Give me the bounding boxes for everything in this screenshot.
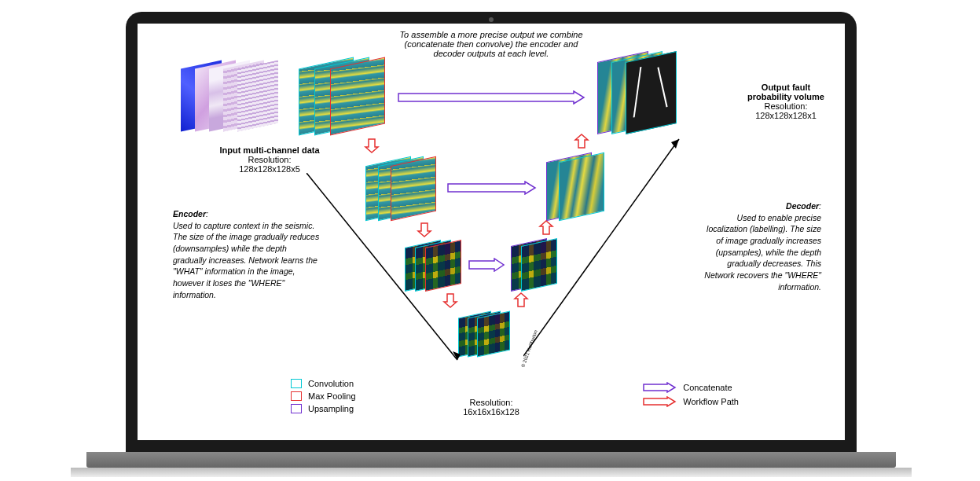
workflow-arrow-icon — [642, 396, 677, 407]
input-title: Input multi-channel data — [219, 145, 319, 155]
input-label: Input multi-channel data Resolution: 128… — [199, 145, 340, 174]
laptop-frame: To assemble a more precise output we com… — [126, 12, 857, 452]
legend-workflow: Workflow Path — [642, 396, 739, 407]
svg-line-2 — [523, 139, 679, 356]
bottom-res-label: Resolution: — [469, 398, 512, 407]
conv-swatch-icon — [291, 379, 302, 388]
maxpool-swatch-icon — [291, 391, 302, 401]
diagram-content: To assemble a more precise output we com… — [138, 24, 845, 440]
output-label: Output fault probability volume Resoluti… — [747, 83, 825, 120]
legend-operations: Convolution Max Pooling Upsampling — [291, 379, 356, 417]
concatenate-arrow — [397, 90, 585, 105]
top-caption: To assemble a more precise output we com… — [389, 30, 593, 58]
legend-conv-label: Convolution — [308, 379, 354, 388]
bottleneck-featuremap — [477, 311, 510, 358]
encoder-maxpool — [330, 57, 385, 136]
output-res-label: Resolution: — [764, 101, 807, 111]
legend-concat-label: Concatenate — [683, 383, 732, 392]
svg-line-0 — [306, 173, 457, 360]
laptop-camera-icon — [489, 17, 494, 22]
output-title: Output fault probability volume — [747, 83, 824, 101]
legend-upsample-label: Upsampling — [308, 404, 354, 413]
laptop-screen: To assemble a more precise output we com… — [138, 24, 845, 440]
input-res-label: Resolution: — [248, 155, 291, 164]
encoder-title: Encoder — [173, 209, 206, 218]
laptop-base — [86, 452, 896, 468]
svg-marker-3 — [671, 139, 679, 149]
output-res-value: 128x128x128x1 — [755, 111, 817, 120]
input-res-value: 128x128x128x5 — [239, 164, 300, 174]
decoder-description: Decoder: Used to enable precise localiza… — [699, 200, 821, 293]
legend-upsample: Upsampling — [291, 404, 356, 413]
encoder-path-line — [306, 173, 460, 362]
legend-maxpool-label: Max Pooling — [308, 391, 356, 401]
upsample-swatch-icon — [291, 404, 302, 413]
input-channel-tile — [237, 60, 278, 131]
bottom-res-value: 16x16x16x128 — [463, 407, 519, 417]
legend-maxpool: Max Pooling — [291, 391, 356, 401]
output-fault-volume — [626, 51, 677, 134]
concat-arrow-icon — [642, 382, 677, 393]
decoder-title: Decoder — [786, 201, 819, 211]
laptop-shadow — [71, 468, 912, 477]
workflow-arrow-down — [364, 138, 380, 153]
decoder-path-line — [523, 138, 681, 358]
encoder-body: Used to capture context in the seismic. … — [173, 221, 319, 299]
legend-arrows: Concatenate Workflow Path — [642, 382, 739, 410]
bottleneck-resolution: Resolution: 16x16x16x128 — [463, 398, 519, 417]
encoder-description: Encoder: Used to capture context in the … — [173, 208, 322, 301]
legend-concat: Concatenate — [642, 382, 739, 393]
legend-conv: Convolution — [291, 379, 356, 388]
decoder-body: Used to enable precise localization (lab… — [704, 213, 821, 292]
concatenate-arrow — [468, 258, 505, 272]
legend-workflow-label: Workflow Path — [683, 397, 739, 406]
